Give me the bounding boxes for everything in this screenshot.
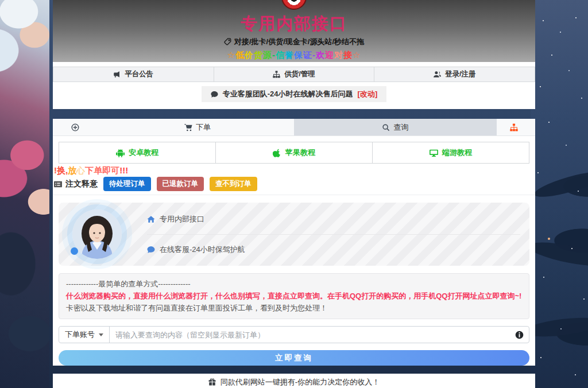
tagline-char: ☆: [227, 50, 235, 60]
marquee-segment: 放: [68, 165, 76, 175]
divider: [147, 234, 520, 235]
tagline-char: 对: [334, 50, 343, 60]
tagline-char: 誉: [285, 50, 294, 60]
main-panel: 下单 查询 安卓教程: [53, 119, 535, 366]
tutorial-apple-button[interactable]: 苹果教程: [215, 142, 373, 164]
tagline-char: 价: [245, 50, 254, 60]
profile-site-row: 专用内部接口: [147, 214, 520, 224]
background-left-character: [0, 0, 49, 388]
footer-promo-link[interactable]: 同款代刷网站一键拥有-你的能力决定你的收入！: [208, 377, 380, 387]
info-icon: [515, 331, 524, 339]
tutorial-label: 苹果教程: [285, 148, 315, 158]
query-type-select[interactable]: 下单账号: [59, 327, 110, 343]
footer-promo-text: 同款代刷网站一键拥有-你的能力决定你的收入！: [220, 377, 380, 387]
status-badge-not-found: 查不到订单: [210, 177, 257, 191]
users-icon: [434, 71, 441, 78]
query-form: 下单账号: [59, 326, 529, 343]
notice-tag: [改动]: [358, 89, 378, 99]
profile-service-row: 在线客服-24小时保驾护航: [147, 245, 520, 255]
profile-service-text: 在线客服-24小时保驾护航: [160, 245, 245, 255]
nav-button-group: 平台公告 供货/管理 登录/注册: [53, 67, 535, 82]
tagline-char: ☆: [353, 50, 361, 60]
avatar: [72, 209, 122, 259]
search-icon: [382, 123, 390, 131]
marquee-segment: !换,: [54, 165, 68, 175]
tagline-char: 迎: [325, 50, 334, 60]
chevron-down-icon: [99, 333, 103, 336]
query-input[interactable]: [110, 327, 509, 343]
sitemap-icon: [510, 123, 518, 131]
legend-title: 注文释意: [65, 179, 98, 189]
tab-query[interactable]: 查询: [294, 119, 497, 135]
tab-place-order[interactable]: 下单: [101, 119, 294, 135]
tab-bar: 下单 查询: [53, 119, 535, 136]
tagline-char: 接: [343, 50, 353, 60]
notice-text: 专业客服团队-24小时在线解决售后问题: [223, 89, 353, 99]
query-type-selected-value: 下单账号: [65, 329, 95, 340]
tab-label: 查询: [393, 122, 408, 133]
hero-subtitle: 对接/批卡/供货/现金卡/源头站/秒结不拖: [53, 37, 535, 47]
tutorial-pc-button[interactable]: 端游教程: [372, 142, 529, 164]
nav-item-label: 登录/注册: [445, 69, 475, 79]
customer-service-notice[interactable]: 专业客服团队-24小时在线解决售后问题 [改动]: [202, 86, 386, 102]
hero-tagline: ☆低价货源-信誉保证-欢迎对接☆: [53, 50, 535, 61]
comment-icon: [211, 91, 218, 98]
tab-agent-site[interactable]: [497, 119, 535, 135]
tutorial-button-group: 安卓教程 苹果教程 端游教程: [59, 142, 529, 164]
query-info-addon[interactable]: [509, 327, 529, 343]
marquee-segment: !!!: [119, 165, 128, 175]
profile-info: 专用内部接口 在线客服-24小时保驾护航: [147, 214, 520, 255]
nav-item-supply-manage[interactable]: 供货/管理: [214, 67, 375, 82]
marquee-segment: 心: [76, 165, 85, 175]
star-field: [0, 0, 1, 1]
tagline-char: 保: [294, 50, 303, 60]
tag-icon: [224, 38, 231, 45]
tab-home[interactable]: [53, 119, 101, 135]
tab-label: 下单: [196, 122, 211, 133]
query-submit-button[interactable]: 立即查询: [59, 350, 529, 366]
tagline-char: 货: [254, 50, 263, 60]
hero-subtitle-text: 对接/批卡/供货/现金卡/源头站/秒结不拖: [234, 37, 364, 47]
query-instructions-box: -------------最简单的查单方式------------- 什么浏览器…: [59, 273, 529, 319]
instruction-line-2: 什么浏览器购买的，直接用什么浏览器打开，什么也别填写，直接点立即查询。在手机QQ…: [66, 290, 522, 302]
list-alt-icon: [54, 180, 62, 188]
top-nav-section: 平台公告 供货/管理 登录/注册 专业客服团队-24小时在线解决售后问题: [53, 62, 535, 109]
tagline-char: 证: [303, 50, 312, 60]
cart-icon: [184, 123, 192, 131]
tutorial-android-button[interactable]: 安卓教程: [59, 142, 216, 164]
online-status-dot: [71, 247, 78, 255]
scrolling-announcement: !换,放心下单即可!!!: [54, 165, 535, 176]
legend-label-group: 注文释意: [54, 179, 98, 189]
android-icon: [116, 149, 125, 157]
home-icon: [147, 215, 155, 223]
nav-item-login-register[interactable]: 登录/注册: [374, 67, 535, 82]
instruction-line-1: -------------最简单的查单方式-------------: [66, 278, 522, 290]
status-badge-pending: 待处理订单: [103, 177, 151, 191]
background-gap: [53, 109, 535, 119]
tagline-char: 信: [276, 50, 285, 60]
bullhorn-icon: [113, 71, 121, 78]
tagline-char: 欢: [316, 50, 325, 60]
footer-strip: 同款代刷网站一键拥有-你的能力决定你的收入！: [53, 374, 535, 388]
status-badge-refunded: 已退款订单: [157, 177, 204, 191]
comment-icon: [147, 246, 155, 254]
profile-site-name: 专用内部接口: [160, 214, 204, 224]
instruction-line-3: 卡密以及下载地址和谐了有问题直接在订单里面投诉工单，看到及时为您处理！: [66, 302, 522, 315]
avatar-wrap: [72, 209, 122, 259]
nav-item-label: 供货/管理: [284, 69, 315, 79]
sitemap-icon: [273, 71, 280, 78]
tutorial-label: 安卓教程: [129, 148, 158, 158]
compass-icon: [71, 123, 79, 131]
desktop-icon: [430, 149, 438, 157]
tagline-char: 低: [235, 50, 245, 60]
nav-item-announcements[interactable]: 平台公告: [53, 67, 214, 82]
tagline-char: 源: [263, 50, 272, 60]
divider: [53, 195, 535, 195]
notice-row: 专业客服团队-24小时在线解决售后问题 [改动]: [53, 86, 535, 102]
apple-icon: [273, 149, 281, 157]
site-profile-card: 专用内部接口 在线客服-24小时保驾护航: [59, 203, 529, 266]
order-status-legend: 注文释意 待处理订单 已退款订单 查不到订单: [54, 177, 529, 191]
marquee-segment: 下单即可: [85, 165, 119, 175]
hero-header: 专用内部接口 对接/批卡/供货/现金卡/源头站/秒结不拖 ☆低价货源-信誉保证-…: [53, 0, 535, 62]
tutorial-label: 端游教程: [442, 148, 472, 158]
